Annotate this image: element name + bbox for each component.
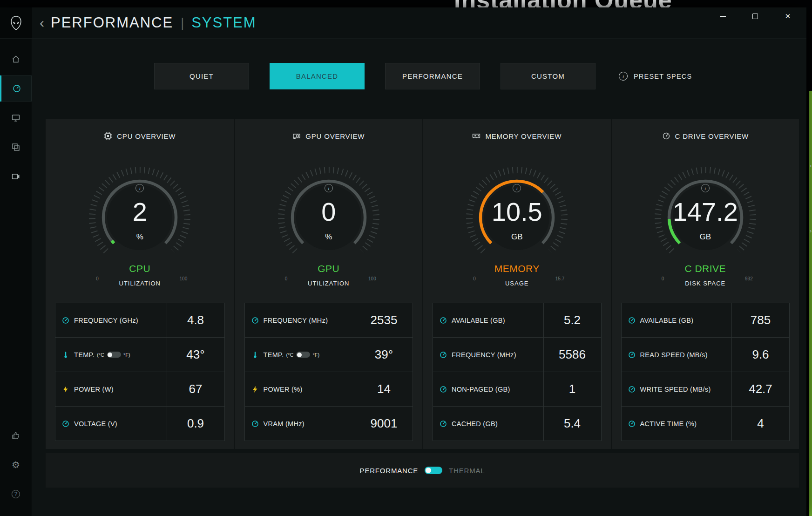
- thermometer-icon: [62, 351, 69, 359]
- performance-mode-label: PERFORMANCE: [360, 467, 418, 475]
- sidebar-item-performance[interactable]: [0, 75, 32, 102]
- gpu-gauge: i 0 % 0 100 GPU UTILIZATION: [264, 160, 394, 299]
- toggle-knob: [426, 468, 431, 473]
- cdrive-stats-table: AVAILABLE (GB)785READ SPEED (MB/s)9.6WRI…: [621, 303, 790, 441]
- close-button[interactable]: ✕: [781, 10, 794, 22]
- library-icon: [11, 143, 20, 152]
- preset-selector: QUIET BALANCED PERFORMANCE CUSTOM i PRES…: [154, 63, 806, 89]
- meter-icon: [628, 420, 636, 428]
- stat-value: 67: [167, 372, 224, 406]
- gear-icon: ⚙: [12, 460, 20, 469]
- sidebar-item-help[interactable]: ?: [0, 481, 32, 507]
- gauge-unit: %: [74, 232, 205, 242]
- meter-icon: [62, 420, 69, 428]
- cpu-overview-panel: CPU OVERVIEW i 2 % 0 100: [46, 119, 234, 449]
- stat-label: READ SPEED (MB/s): [640, 351, 708, 359]
- info-icon[interactable]: i: [513, 184, 521, 192]
- gauge-value: 2: [74, 199, 205, 225]
- stat-label-cell: READ SPEED (MB/s): [622, 338, 732, 372]
- preset-specs-label: PRESET SPECS: [634, 73, 692, 80]
- preset-button-balanced[interactable]: BALANCED: [270, 63, 365, 89]
- memory-overview-panel: MEMORY OVERVIEW i 10.5 GB 0 15.7: [422, 119, 611, 449]
- drive-icon: [662, 132, 670, 140]
- stat-label-cell: WRITE SPEED (MB/s): [622, 372, 732, 406]
- stat-value: 4.8: [167, 303, 224, 337]
- stat-row: POWER (%)14: [244, 372, 413, 407]
- temp-unit-toggle[interactable]: [296, 352, 310, 358]
- help-icon: ?: [12, 490, 20, 498]
- preset-specs[interactable]: i PRESET SPECS: [619, 72, 692, 81]
- info-icon[interactable]: i: [701, 184, 710, 192]
- home-icon: [11, 54, 20, 64]
- gauge-unit: %: [264, 232, 394, 242]
- info-icon[interactable]: i: [325, 184, 333, 192]
- stat-label: VOLTAGE (V): [74, 420, 117, 428]
- bolt-icon: [251, 386, 259, 393]
- preset-button-quiet[interactable]: QUIET: [154, 63, 249, 89]
- cpu-gauge: i 2 % 0 100 CPU UTILIZATION: [74, 160, 205, 299]
- preset-button-performance[interactable]: PERFORMANCE: [385, 63, 480, 89]
- info-icon[interactable]: i: [135, 184, 144, 192]
- sidebar-item-library[interactable]: [0, 134, 32, 160]
- stat-label: FREQUENCY (MHz): [452, 351, 516, 359]
- sidebar-item-fx[interactable]: [0, 105, 32, 131]
- performance-thermal-toggle[interactable]: [425, 467, 442, 474]
- title-divider: |: [181, 16, 184, 30]
- preset-button-custom[interactable]: CUSTOM: [501, 63, 595, 89]
- gauge-label: CPU: [74, 263, 205, 274]
- background-chevron-icon: ›: [810, 228, 812, 234]
- panel-title: CPU OVERVIEW: [117, 132, 176, 140]
- toggle-knob: [297, 353, 302, 357]
- thermal-mode-label: THERMAL: [449, 467, 485, 475]
- unit-fahrenheit-label: °F): [123, 352, 130, 358]
- meter-icon: [62, 317, 69, 324]
- gauge-value: 10.5: [452, 199, 582, 225]
- alienware-logo[interactable]: [0, 7, 32, 38]
- stat-label-cell: VOLTAGE (V): [55, 407, 167, 441]
- sidebar-item-home[interactable]: [0, 46, 32, 72]
- stat-label-cell: VRAM (MHz): [245, 407, 355, 441]
- cpu-stats-table: FREQUENCY (GHz)4.8TEMP.(°C°F)43°POWER (W…: [55, 303, 225, 441]
- stat-label: NON-PAGED (GB): [452, 386, 510, 393]
- sidebar: ⚙ ?: [0, 39, 32, 516]
- gauge-label: GPU: [264, 263, 394, 274]
- stat-label-cell: TEMP.(°C°F): [245, 338, 355, 372]
- stat-row: AVAILABLE (GB)5.2: [433, 303, 602, 338]
- unit-fahrenheit-label: °F): [312, 352, 319, 358]
- meter-icon: [628, 351, 636, 359]
- stat-row: CACHED (GB)5.4: [433, 406, 602, 441]
- meter-icon: [628, 317, 636, 324]
- sidebar-item-settings[interactable]: ⚙: [0, 452, 32, 478]
- minimize-button[interactable]: [716, 10, 729, 22]
- alienware-command-center-window: ‹ PERFORMANCE | SYSTEM ✕: [0, 7, 806, 516]
- stat-label-cell: FREQUENCY (MHz): [245, 303, 355, 337]
- stat-value: 4: [731, 407, 789, 441]
- meter-icon: [251, 420, 259, 428]
- toggle-knob: [108, 353, 112, 357]
- gpu-card-icon: [292, 132, 301, 140]
- memory-gauge: i 10.5 GB 0 15.7 MEMORY USAGE: [452, 160, 582, 299]
- stat-row: FREQUENCY (MHz)2535: [244, 303, 413, 338]
- thumbs-up-icon: [11, 431, 20, 440]
- maximize-button[interactable]: [749, 10, 762, 22]
- info-icon: i: [619, 72, 628, 81]
- stat-label-cell: NON-PAGED (GB): [433, 372, 543, 406]
- gauge-icon: [12, 84, 21, 93]
- temp-unit-toggle[interactable]: [107, 352, 121, 358]
- stat-label-cell: TEMP.(°C°F): [55, 338, 167, 372]
- stat-label: ACTIVE TIME (%): [640, 420, 697, 428]
- stat-value: 43°: [167, 338, 224, 372]
- back-button[interactable]: ‹: [40, 16, 44, 30]
- stat-label-cell: AVAILABLE (GB): [622, 303, 732, 337]
- sidebar-item-media[interactable]: [0, 163, 32, 190]
- unit-celsius-label: (°C: [97, 352, 104, 358]
- overview-panel: CPU OVERVIEW i 2 % 0 100: [46, 119, 799, 449]
- gauge-value: 0: [264, 199, 394, 225]
- sidebar-item-feedback[interactable]: [0, 422, 32, 448]
- memory-stats-table: AVAILABLE (GB)5.2FREQUENCY (MHz)5586NON-…: [433, 303, 602, 441]
- gauge-value: 147.2: [640, 199, 771, 225]
- page-title: PERFORMANCE: [51, 14, 173, 31]
- stat-row: VRAM (MHz)9001: [244, 406, 413, 441]
- stat-row: NON-PAGED (GB)1: [433, 372, 602, 407]
- stat-value: 5.2: [543, 303, 601, 337]
